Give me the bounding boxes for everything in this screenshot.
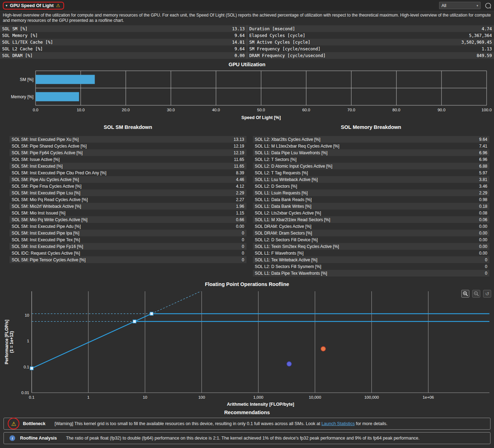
sol-memory-breakdown: SOL Memory Breakdown SOL L2: Xbar2lts Cy… [253,122,490,276]
table-row: Duration [msecond]4.74 [247,25,494,32]
x-axis-label: Speed Of Light [%] [242,115,281,120]
metric-label: SOL L1: Texin Sm2tex Req Cycles Active [… [255,244,339,249]
zoom-in-icon [463,291,468,297]
metric-value: 0.00 [479,224,487,229]
y-tick-label: 0.01 [21,391,29,395]
roofline-analysis-label: Roofline Analysis [20,436,57,441]
metric-value: 13.13 [233,137,244,142]
metric-label: SOL L1: Data Pipe Tex Wavefronts [%] [255,271,327,276]
x-tick-label: 40.0 [212,108,220,112]
bottleneck-label: Bottleneck [23,421,45,426]
metric-label: DRAM Frequency [cycle/usecond] [249,53,326,58]
table-row: SOL L1: Tex Writeback Active [%]0 [253,256,490,263]
metric-value: 7.41 [479,144,487,149]
metric-value: 1.13 [482,46,492,51]
fp64-achieved-value[interactable] [287,362,292,366]
metric-value: 4.74 [482,26,492,31]
metric-label: SOL L2: Lts2xbar Cycles Active [%] [255,211,321,216]
roofline-chart: 0.11101001,00010,000100,0001e+060.010.11… [0,288,494,408]
metric-label: SOL L2: T Sectors [%] [255,157,297,162]
utilization-bar [36,92,79,101]
comment-icon[interactable] [485,2,491,9]
table-row: SOL SM: Inst Executed [%]11.65 [10,163,246,169]
zoom-out-icon [474,291,479,297]
metric-value: 3.81 [479,177,487,182]
table-row: SOL SM: Mio2rf Writeback Active [%]1.96 [10,203,246,210]
y-tick-label: 0.1 [24,365,29,369]
table-row: SOL L2: D Sectors Fill Device [%]0.00 [253,236,490,243]
metric-value: 3,502,969.45 [461,40,492,45]
x-tick-label: 10 [143,395,147,399]
metric-value: 1.96 [236,204,244,209]
filter-dropdown-value: All [442,3,446,8]
metric-value: 0.66 [236,217,244,222]
table-row: SOL L1: Lsuin Requests [%]2.29 [253,189,490,196]
table-row: SOL SM: Inst Executed Pipe Cbu Pred On A… [10,169,246,176]
table-row: SOL L1: Data Pipe Lsu Wavefronts [%]6.96 [253,149,490,156]
table-row: SOL SM: Inst Executed Pipe Lsu [%]2.29 [10,189,246,196]
table-row: SOL IDC: Request Cycles Active [%]0 [10,250,246,256]
table-row: SOL L1: F Wavefronts [%]0.00 [253,250,490,256]
zoom-in-button[interactable] [461,290,469,298]
table-row: Elapsed Cycles [cycle]5,367,364 [247,32,494,39]
gpu-utilization-chart: 0.010.020.030.040.050.060.070.080.090.01… [0,67,494,121]
metric-label: SOL IDC: Request Cycles Active [%] [12,251,80,256]
header-controls: All ▾ [439,2,491,9]
metric-value: 11.65 [234,164,244,169]
roofline-analysis-text: The ratio of peak float (fp32) to double… [66,436,419,441]
memory-bandwidth-extension [152,291,201,314]
metric-label: SM Active Cycles [cycle] [249,40,310,45]
zoom-out-button[interactable] [472,290,480,298]
metric-value: 0 [242,237,244,242]
metric-value: 0 [242,231,244,236]
table-row: SOL DRAM: Dram Sectors [%]0.00 [253,230,490,236]
metric-value: 0.18 [479,204,487,209]
fp32-achieved-value[interactable] [321,347,326,351]
metric-value: 0.98 [479,197,487,202]
sol-sm-breakdown: SOL SM Breakdown SOL SM: Inst Executed P… [10,122,246,263]
metric-label: SOL L2: D Atomic Input Cycles Active [%] [255,164,332,169]
metric-value: 0.00 [479,244,487,249]
metric-label: SOL L1: Lsu Writeback Active [%] [255,177,318,182]
metric-label: Duration [msecond] [249,26,295,31]
warning-icon-wrap: ⚠ [10,419,18,428]
metric-label: SOL L1/TEX Cache [%] [2,40,53,45]
roofline-chart-area: 0.11101001,00010,000100,0001e+060.010.11… [0,288,494,408]
metric-label: SOL L1: Data Bank Reads [%] [255,197,312,202]
x-tick-label: 50.0 [257,108,265,112]
metric-value: 0 [485,271,487,276]
x-tick-label: 1,000 [253,395,263,399]
metric-label: SOL SM: Inst Executed Pipe Cbu Pred On A… [12,170,106,175]
metric-label: SOL SM: Pipe Fp64 Cycles Active [%] [12,150,83,155]
warning-icon: ⚠ [56,3,60,8]
metric-label: SOL SM: Inst Executed Pipe Fp16 [%] [12,244,83,249]
table-row: SOL SM: Pipe Shared Cycles Active [%]12.… [10,143,246,149]
roofline-analysis-recommendation: i Roofline Analysis The ratio of peak fl… [4,432,490,444]
metric-label: SOL DRAM [%] [2,53,33,58]
metric-value: 3.46 [479,184,487,189]
reset-zoom-button[interactable]: ↺ [483,290,491,298]
x-tick-label: 100 [198,395,205,399]
metric-label: SOL L1: Tex Writeback Active [%] [255,257,318,262]
metric-value: 0.06 [479,217,487,222]
gpu-speed-of-light-section: ▾ GPU Speed Of Light ⚠ All ▾ High-level … [0,0,494,444]
section-description: High-level overview of the utilization f… [0,11,494,24]
table-row: SOL L2: D Atomic Input Cycles Active [%]… [253,163,490,169]
x-tick-label: 20.0 [122,108,130,112]
chevron-down-icon: ▾ [476,4,478,7]
roofline-title: Floating Point Operations Roofline [0,281,494,287]
metric-label: SOL SM [%] [2,26,27,31]
summary-table: SOL SM [%]13.13SOL Memory [%]9.64SOL L1/… [0,25,494,59]
x-tick-label: 1 [87,395,89,399]
table-row: SOL L1/TEX Cache [%]14.81 [0,39,247,45]
metric-label: SOL L2: D Sectors Fill Device [%] [255,237,318,242]
x-tick-label: 0.1 [29,395,35,399]
filter-dropdown[interactable]: All ▾ [439,2,481,9]
x-tick-label: 10,000 [309,395,321,399]
table-row: SOL L2: Lts2xbar Cycles Active [%]0.08 [253,210,490,216]
launch-statistics-link[interactable]: Launch Statistics [321,421,355,426]
table-row: SOL Memory [%]9.64 [0,32,247,39]
gpu-utilization-title: GPU Utilization [0,62,494,67]
collapse-chevron-icon[interactable]: ▾ [6,4,7,7]
reset-zoom-icon: ↺ [485,291,489,296]
